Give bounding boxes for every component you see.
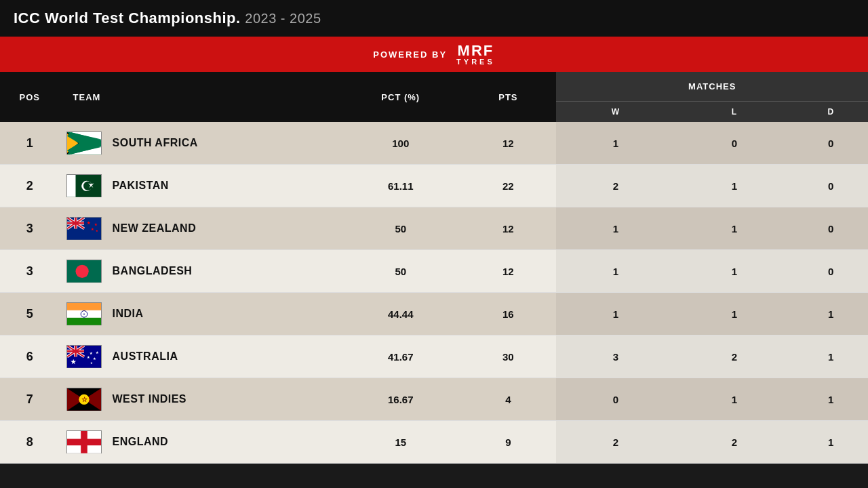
table-row: 6 ★ ★ ★ ★ ★ ★ AUSTRALIA 41.67 30 3	[0, 336, 868, 378]
team-name: NEW ZEALAND	[113, 222, 197, 235]
pts-cell: 9	[460, 421, 556, 464]
l-cell: 1	[675, 165, 794, 207]
d-header: D	[794, 102, 868, 123]
svg-point-39	[83, 313, 85, 314]
pts-cell: 12	[460, 207, 556, 250]
pos-cell: 8	[0, 421, 60, 464]
w-cell: 1	[556, 207, 675, 250]
pos-cell: 5	[0, 293, 60, 336]
pct-cell: 15	[341, 421, 460, 464]
team-flag	[66, 302, 102, 325]
d-cell: 1	[794, 378, 868, 421]
team-cell: INDIA	[60, 293, 342, 336]
team-name: WEST INDIES	[113, 393, 187, 405]
w-header: W	[556, 102, 675, 123]
w-cell: 1	[556, 293, 675, 336]
table-row: 3 BANGLADESH 50 12 1 1 0	[0, 250, 868, 293]
standings-table: POS TEAM PCT (%) PTS MATCHES W L D 1	[0, 72, 868, 464]
team-flag: ☆	[66, 388, 102, 411]
team-flag: ★ ★ ★ ★ ★ ★	[66, 345, 102, 368]
team-cell: SOUTH AFRICA	[60, 122, 342, 165]
team-name: PAKISTAN	[113, 180, 169, 192]
team-cell: ★ ★ ★ ★ NEW ZEALAND	[60, 207, 342, 250]
page-title: ICC World Test Championship. 2023 - 2025	[14, 9, 321, 27]
svg-rect-35	[67, 303, 101, 310]
pct-cell: 61.11	[341, 165, 460, 207]
pct-cell: 100	[341, 122, 460, 165]
pts-cell: 12	[460, 122, 556, 165]
team-cell: ENGLAND	[60, 421, 342, 464]
l-cell: 1	[675, 250, 794, 293]
pct-cell: 41.67	[341, 336, 460, 378]
pos-cell: 3	[0, 250, 60, 293]
svg-text:★: ★	[90, 361, 92, 365]
d-cell: 1	[794, 336, 868, 378]
team-cell: BANGLADESH	[60, 250, 342, 293]
svg-text:★: ★	[96, 229, 98, 232]
pts-cell: 16	[460, 293, 556, 336]
pct-cell: 50	[341, 250, 460, 293]
w-cell: 3	[556, 336, 675, 378]
l-header: L	[675, 102, 794, 123]
page-header: ICC World Test Championship. 2023 - 2025	[0, 0, 868, 37]
d-cell: 1	[794, 421, 868, 464]
table-row: 1 SOUTH AFRICA 100 12 1 0 0	[0, 122, 868, 165]
sponsor-bar: POWERED BY MRF TYRES	[0, 37, 868, 72]
l-cell: 2	[675, 336, 794, 378]
svg-text:★: ★	[70, 359, 76, 365]
powered-by-label: POWERED BY	[373, 49, 447, 60]
pos-cell: 2	[0, 165, 60, 207]
d-cell: 0	[794, 122, 868, 165]
pos-cell: 7	[0, 378, 60, 421]
mrf-tagline: TYRES	[456, 58, 495, 66]
team-cell: PAKISTAN	[60, 165, 342, 207]
table-row: 5 INDIA 44.44 16 1 1 1	[0, 293, 868, 336]
team-name: SOUTH AFRICA	[113, 137, 198, 149]
table-body: 1 SOUTH AFRICA 100 12 1 0 0 2	[0, 122, 868, 464]
pct-cell: 16.67	[341, 378, 460, 421]
matches-header: MATCHES	[556, 72, 868, 102]
pos-header: POS	[0, 72, 60, 122]
standings-table-container: POS TEAM PCT (%) PTS MATCHES W L D 1	[0, 72, 868, 464]
pts-cell: 12	[460, 250, 556, 293]
team-flag	[66, 260, 102, 283]
w-cell: 1	[556, 122, 675, 165]
svg-rect-37	[67, 318, 101, 325]
pos-cell: 1	[0, 122, 60, 165]
pts-cell: 30	[460, 336, 556, 378]
pos-cell: 3	[0, 207, 60, 250]
pos-cell: 6	[0, 336, 60, 378]
d-cell: 0	[794, 250, 868, 293]
table-row: 3 ★ ★ ★ ★ NEW ZEALAND 50 12 1	[0, 207, 868, 250]
years-label: 2023 - 2025	[245, 11, 321, 26]
l-cell: 1	[675, 293, 794, 336]
l-cell: 1	[675, 207, 794, 250]
table-row: 8 ENGLAND 15 9 2 2 1	[0, 421, 868, 464]
team-name: AUSTRALIA	[113, 350, 178, 363]
svg-text:☆: ☆	[81, 396, 88, 403]
mrf-logo: MRF TYRES	[456, 43, 495, 66]
mrf-brand: MRF	[458, 43, 494, 58]
w-cell: 2	[556, 421, 675, 464]
team-name: INDIA	[113, 308, 144, 320]
svg-rect-15	[67, 175, 75, 197]
pts-header: PTS	[460, 72, 556, 122]
d-cell: 0	[794, 207, 868, 250]
table-row: 7 ☆ WEST INDIES 16.67 4 0 1 1	[0, 378, 868, 421]
w-cell: 0	[556, 378, 675, 421]
team-name: BANGLADESH	[113, 265, 193, 277]
team-flag	[66, 131, 102, 155]
pct-cell: 50	[341, 207, 460, 250]
team-flag	[66, 430, 102, 453]
pct-header: PCT (%)	[341, 72, 460, 122]
l-cell: 0	[675, 122, 794, 165]
w-cell: 1	[556, 250, 675, 293]
team-name: ENGLAND	[113, 436, 169, 448]
team-header: TEAM	[60, 72, 342, 122]
pts-cell: 22	[460, 165, 556, 207]
d-cell: 0	[794, 165, 868, 207]
column-header-row: POS TEAM PCT (%) PTS MATCHES	[0, 72, 868, 102]
d-cell: 1	[794, 293, 868, 336]
table-row: 2 PAKISTAN 61.11 22 2 1 0	[0, 165, 868, 207]
team-cell: ☆ WEST INDIES	[60, 378, 342, 421]
